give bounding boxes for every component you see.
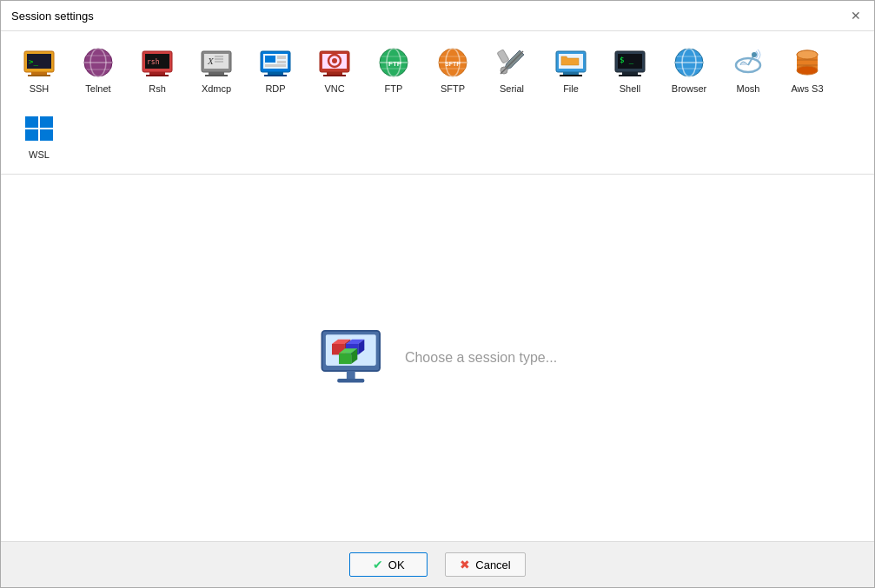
session-type-toolbar: >_ SSH Telnet [1, 31, 874, 175]
svg-rect-76 [25, 129, 38, 141]
svg-text:>_: >_ [29, 57, 38, 66]
telnet-icon [81, 45, 116, 80]
wsl-label: WSL [29, 149, 50, 160]
serial-icon [494, 45, 529, 80]
svg-rect-35 [327, 72, 342, 75]
session-type-wsl[interactable]: WSL [11, 104, 67, 167]
sftp-label: SFTP [441, 83, 465, 94]
ok-check-icon: ✔ [373, 558, 383, 571]
shell-icon: $ _ [613, 45, 647, 80]
svg-rect-4 [28, 75, 50, 76]
shell-label: Shell [620, 83, 640, 94]
svg-rect-29 [268, 72, 283, 75]
awss3-label: Aws S3 [791, 83, 823, 94]
svg-point-70 [797, 66, 818, 75]
rsh-icon: rsh [140, 45, 175, 80]
content-area: Choose a session type... [1, 175, 874, 541]
rsh-label: Rsh [149, 83, 166, 94]
svg-point-67 [752, 52, 757, 57]
svg-rect-84 [339, 353, 351, 364]
svg-point-34 [332, 58, 337, 63]
svg-text:SFTP: SFTP [445, 61, 461, 67]
svg-rect-27 [277, 61, 286, 63]
file-label: File [563, 83, 579, 94]
svg-rect-54 [560, 75, 582, 76]
ok-button[interactable]: ✔ OK [349, 552, 428, 577]
serial-label: Serial [500, 83, 524, 94]
session-type-vnc[interactable]: VNC [307, 38, 362, 101]
ok-label: OK [388, 558, 405, 571]
svg-rect-30 [264, 75, 287, 76]
title-bar: Session settings ✕ [1, 1, 874, 31]
svg-rect-74 [25, 116, 38, 128]
browser-icon [672, 45, 706, 80]
vnc-icon [317, 45, 352, 80]
svg-rect-75 [40, 116, 53, 128]
session-type-telnet[interactable]: Telnet [70, 38, 126, 101]
placeholder-container: Choose a session type... [318, 323, 557, 393]
session-settings-dialog: Session settings ✕ >_ SSH [0, 0, 875, 588]
wsl-icon [22, 111, 56, 146]
svg-rect-36 [323, 75, 346, 76]
svg-point-71 [797, 50, 818, 59]
svg-rect-26 [277, 56, 286, 59]
svg-rect-80 [347, 371, 355, 379]
sftp-icon: SFTP [435, 45, 470, 80]
monitor-illustration [318, 323, 388, 393]
mosh-icon [731, 45, 766, 80]
ftp-icon: FTP [376, 45, 411, 80]
dialog-title: Session settings [11, 10, 94, 23]
browser-label: Browser [672, 83, 706, 94]
session-type-file[interactable]: File [543, 38, 599, 101]
svg-rect-50 [497, 50, 509, 63]
cancel-label: Cancel [475, 558, 510, 571]
session-type-ftp[interactable]: FTP FTP [366, 38, 421, 101]
session-type-serial[interactable]: Serial [484, 38, 540, 101]
placeholder-text: Choose a session type... [405, 350, 557, 366]
telnet-label: Telnet [85, 83, 110, 94]
file-icon [554, 45, 588, 80]
rdp-label: RDP [265, 83, 285, 94]
svg-rect-28 [265, 64, 286, 67]
cancel-button[interactable]: ✖ Cancel [445, 552, 525, 577]
session-type-xdmcp[interactable]: X Xdmcp [189, 38, 244, 101]
svg-rect-53 [563, 72, 579, 75]
session-type-rdp[interactable]: RDP [248, 38, 303, 101]
svg-rect-13 [149, 72, 165, 75]
svg-text:FTP: FTP [388, 60, 402, 68]
session-type-mosh[interactable]: Mosh [720, 38, 776, 101]
svg-rect-58 [622, 72, 638, 75]
svg-rect-3 [31, 72, 47, 75]
svg-text:X: X [207, 56, 215, 66]
svg-rect-22 [205, 75, 228, 76]
svg-text:$ _: $ _ [620, 56, 634, 64]
xdmcp-icon: X [199, 45, 234, 80]
session-type-ssh[interactable]: >_ SSH [11, 38, 67, 101]
svg-rect-59 [619, 75, 641, 76]
svg-rect-81 [337, 379, 364, 382]
svg-rect-14 [146, 75, 169, 76]
mosh-label: Mosh [737, 83, 760, 94]
svg-rect-77 [40, 129, 53, 141]
awss3-icon [790, 45, 825, 80]
svg-rect-25 [265, 56, 275, 63]
vnc-label: VNC [324, 83, 344, 94]
ssh-label: SSH [30, 83, 50, 94]
session-type-browser[interactable]: Browser [661, 38, 717, 101]
rdp-icon [258, 45, 293, 80]
close-button[interactable]: ✕ [848, 8, 864, 23]
ssh-icon: >_ [22, 45, 56, 80]
cancel-x-icon: ✖ [460, 558, 470, 571]
session-type-awss3[interactable]: Aws S3 [779, 38, 835, 101]
session-type-rsh[interactable]: rsh Rsh [129, 38, 185, 101]
session-type-sftp[interactable]: SFTP SFTP [425, 38, 481, 101]
svg-rect-21 [209, 72, 224, 75]
svg-text:rsh: rsh [147, 58, 160, 66]
footer: ✔ OK ✖ Cancel [1, 541, 874, 587]
session-type-shell[interactable]: $ _ Shell [602, 38, 658, 101]
xdmcp-label: Xdmcp [202, 83, 231, 94]
ftp-label: FTP [385, 83, 403, 94]
